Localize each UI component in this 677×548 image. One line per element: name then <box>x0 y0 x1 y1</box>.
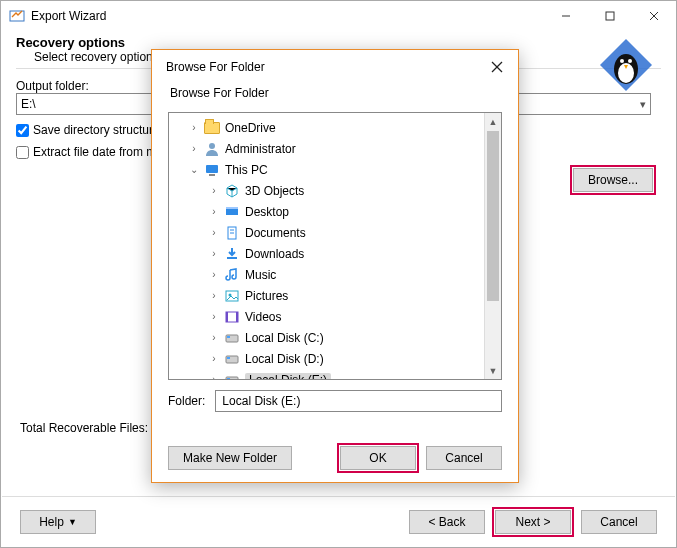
disk-icon <box>223 372 241 380</box>
pictures-icon <box>223 288 241 304</box>
save-dir-checkbox[interactable] <box>16 124 29 137</box>
expander-icon[interactable]: ⌄ <box>187 164 201 175</box>
expander-icon[interactable]: › <box>207 311 221 322</box>
window-title: Export Wizard <box>31 9 544 23</box>
expander-icon[interactable]: › <box>187 122 201 133</box>
tree-node-label: Local Disk (D:) <box>245 352 324 366</box>
expander-icon[interactable]: › <box>207 248 221 259</box>
pc-icon <box>203 162 221 178</box>
user-icon <box>203 141 221 157</box>
expander-icon[interactable]: › <box>187 143 201 154</box>
svg-rect-25 <box>226 312 228 322</box>
help-button-label: Help <box>39 515 64 529</box>
tree-node-label: Desktop <box>245 205 289 219</box>
dialog-subtitle: Browse For Folder <box>152 84 518 108</box>
tree-node-label: 3D Objects <box>245 184 304 198</box>
chevron-down-icon: ▼ <box>68 517 77 527</box>
tree-node[interactable]: ›Local Disk (E:) <box>169 369 484 379</box>
dialog-buttons: Make New Folder OK Cancel <box>168 446 502 470</box>
svg-rect-32 <box>227 378 230 380</box>
browse-highlight: Browse... <box>570 165 656 195</box>
tree-scrollbar[interactable]: ▲ ▼ <box>484 113 501 379</box>
videos-icon <box>223 309 241 325</box>
expander-icon[interactable]: › <box>207 290 221 301</box>
expander-icon[interactable]: › <box>207 374 221 379</box>
docs-icon <box>223 225 241 241</box>
svg-point-13 <box>209 143 215 149</box>
tree-node-label: Pictures <box>245 289 288 303</box>
tree-node-label: Videos <box>245 310 281 324</box>
tree-node[interactable]: ›Local Disk (C:) <box>169 327 484 348</box>
music-icon <box>223 267 241 283</box>
dialog-title-text: Browse For Folder <box>166 60 482 74</box>
expander-icon[interactable]: › <box>207 269 221 280</box>
scroll-down-icon[interactable]: ▼ <box>485 362 501 379</box>
folder-icon <box>203 120 221 136</box>
svg-rect-28 <box>227 336 230 338</box>
browse-for-folder-dialog: Browse For Folder Browse For Folder ›One… <box>151 49 519 483</box>
close-button[interactable] <box>632 2 676 30</box>
bottom-bar: Help ▼ < Back Next > Cancel <box>2 496 675 546</box>
export-wizard-window: Export Wizard Recovery options Select re… <box>0 0 677 548</box>
scroll-thumb[interactable] <box>487 131 499 301</box>
dialog-titlebar: Browse For Folder <box>152 50 518 84</box>
tree-node[interactable]: ›Administrator <box>169 138 484 159</box>
window-controls <box>544 2 676 30</box>
make-new-folder-button[interactable]: Make New Folder <box>168 446 292 470</box>
svg-rect-21 <box>227 257 237 259</box>
expander-icon[interactable]: › <box>207 185 221 196</box>
svg-rect-17 <box>226 207 238 209</box>
help-button[interactable]: Help ▼ <box>20 510 96 534</box>
dropdown-icon[interactable]: ▾ <box>640 98 646 111</box>
dialog-cancel-button[interactable]: Cancel <box>426 446 502 470</box>
expander-icon[interactable]: › <box>207 332 221 343</box>
svg-rect-14 <box>206 165 218 173</box>
expander-icon[interactable]: › <box>207 353 221 364</box>
tree-node[interactable]: ›Videos <box>169 306 484 327</box>
browse-button[interactable]: Browse... <box>573 168 653 192</box>
next-button[interactable]: Next > <box>495 510 571 534</box>
disk-icon <box>223 330 241 346</box>
section-heading: Recovery options <box>16 35 661 50</box>
svg-rect-26 <box>236 312 238 322</box>
tree-node[interactable]: ›Pictures <box>169 285 484 306</box>
desktop-icon <box>223 204 241 220</box>
tree-node-label: OneDrive <box>225 121 276 135</box>
scroll-up-icon[interactable]: ▲ <box>485 113 501 130</box>
tree-node[interactable]: ›Downloads <box>169 243 484 264</box>
dialog-close-button[interactable] <box>482 54 512 80</box>
tree-node[interactable]: ›3D Objects <box>169 180 484 201</box>
tree-node[interactable]: ›Local Disk (D:) <box>169 348 484 369</box>
tree-node[interactable]: ›Music <box>169 264 484 285</box>
svg-rect-2 <box>606 12 614 20</box>
tree-node-label: This PC <box>225 163 268 177</box>
ok-button[interactable]: OK <box>340 446 416 470</box>
downloads-icon <box>223 246 241 262</box>
folder-input[interactable] <box>215 390 502 412</box>
3d-icon <box>223 183 241 199</box>
tree-node-label: Administrator <box>225 142 296 156</box>
app-icon <box>9 8 25 24</box>
svg-point-9 <box>628 59 632 63</box>
extract-date-checkbox[interactable] <box>16 146 29 159</box>
folder-row: Folder: <box>152 380 518 412</box>
titlebar: Export Wizard <box>1 1 676 31</box>
expander-icon[interactable]: › <box>207 227 221 238</box>
tree-node[interactable]: ›OneDrive <box>169 117 484 138</box>
cancel-button[interactable]: Cancel <box>581 510 657 534</box>
extract-date-label[interactable]: Extract file date from m <box>33 145 156 159</box>
folder-tree-container: ›OneDrive›Administrator⌄This PC›3D Objec… <box>168 112 502 380</box>
disk-icon <box>223 351 241 367</box>
tree-node-label: Documents <box>245 226 306 240</box>
minimize-button[interactable] <box>544 2 588 30</box>
tree-node[interactable]: ›Documents <box>169 222 484 243</box>
folder-tree[interactable]: ›OneDrive›Administrator⌄This PC›3D Objec… <box>169 113 484 379</box>
maximize-button[interactable] <box>588 2 632 30</box>
back-button[interactable]: < Back <box>409 510 485 534</box>
tree-node[interactable]: ›Desktop <box>169 201 484 222</box>
expander-icon[interactable]: › <box>207 206 221 217</box>
save-dir-label[interactable]: Save directory structure <box>33 123 160 137</box>
tree-node[interactable]: ⌄This PC <box>169 159 484 180</box>
tree-node-label: Downloads <box>245 247 304 261</box>
tree-node-label: Local Disk (C:) <box>245 331 324 345</box>
